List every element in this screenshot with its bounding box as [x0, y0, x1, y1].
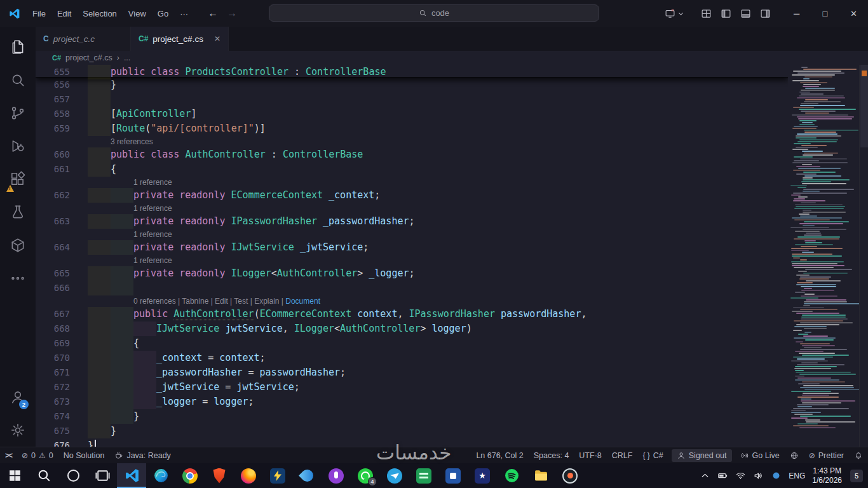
- status-problems[interactable]: ⊘0⚠0: [17, 447, 58, 463]
- codelens-660[interactable]: 3 references: [36, 136, 788, 147]
- taskbar-console-icon[interactable]: [438, 463, 468, 488]
- menu-view[interactable]: View: [123, 6, 152, 21]
- taskbar-brave-icon[interactable]: [205, 463, 234, 488]
- code-line-667[interactable]: 667public AuthController(ECommerceContex…: [36, 307, 788, 322]
- activity-source-control-icon[interactable]: [3, 97, 33, 130]
- breadcrumb-file[interactable]: project_c#.cs: [65, 53, 112, 62]
- scrollbar-thumb[interactable]: [860, 65, 868, 147]
- command-center-search[interactable]: code: [269, 4, 599, 22]
- status-eol-sequence[interactable]: CRLF: [607, 447, 638, 463]
- taskbar-player-icon[interactable]: [555, 463, 585, 488]
- vertical-scrollbar[interactable]: [859, 65, 868, 447]
- tab-close-icon[interactable]: ✕: [214, 34, 220, 43]
- taskbar-edge-icon[interactable]: [146, 463, 175, 488]
- code-line-668[interactable]: 668IJwtService jwtService, ILogger<AuthC…: [36, 322, 788, 336]
- status-java-status[interactable]: Java: Ready: [109, 447, 175, 463]
- code-line-666[interactable]: 666: [36, 281, 788, 295]
- status-prettier[interactable]: ⊘Prettier: [804, 447, 849, 463]
- code-line-657[interactable]: 657: [36, 92, 788, 107]
- menu-more[interactable]: ···: [174, 6, 194, 21]
- code-line-661[interactable]: 661{: [36, 162, 788, 177]
- taskbar-explorer-icon[interactable]: [526, 463, 555, 488]
- activity-run-debug-icon[interactable]: [3, 130, 33, 163]
- code-line-674[interactable]: 674}: [36, 409, 788, 424]
- minimize-button[interactable]: ─: [782, 0, 811, 27]
- taskbar-telegram-icon[interactable]: [380, 463, 409, 488]
- activity-more-icon[interactable]: [3, 262, 33, 295]
- status-encoding[interactable]: UTF-8: [574, 447, 606, 463]
- menu-edit[interactable]: Edit: [51, 6, 77, 21]
- taskbar-cortana-icon[interactable]: [58, 463, 88, 488]
- close-button[interactable]: ✕: [839, 0, 868, 27]
- code-line-662[interactable]: 662private readonly ECommerceContext _co…: [36, 188, 788, 203]
- codelens-662[interactable]: 1 reference: [36, 177, 788, 188]
- codelens-664[interactable]: 1 reference: [36, 229, 788, 240]
- tray-wifi-icon[interactable]: [735, 470, 746, 481]
- toggle-panel-icon[interactable]: [740, 8, 751, 19]
- menu-selection[interactable]: Selection: [77, 6, 122, 21]
- status-solution-status[interactable]: No Solution: [58, 447, 110, 463]
- code-line-673[interactable]: 673_logger = logger;: [36, 395, 788, 409]
- sticky-line-655[interactable]: 655public class ProductsController : Con…: [36, 65, 386, 79]
- code-line-670[interactable]: 670_context = context;: [36, 351, 788, 365]
- tab-project_c.c[interactable]: C project_c.c: [36, 27, 131, 51]
- tray-volume-icon[interactable]: [753, 470, 764, 481]
- tray-battery-icon[interactable]: [717, 470, 728, 481]
- tray-chevron-up-icon[interactable]: [700, 470, 710, 481]
- code-line-672[interactable]: 672_jwtService = jwtService;: [36, 380, 788, 395]
- code-pane[interactable]: 655public class ProductsController : Con…: [36, 65, 788, 447]
- remote-window-indicator[interactable]: [665, 8, 684, 19]
- status-notifications-bell[interactable]: [849, 447, 868, 463]
- customize-layout-icon[interactable]: [701, 8, 712, 19]
- activity-account-icon[interactable]: 2: [3, 381, 33, 414]
- activity-testing-icon[interactable]: [3, 196, 33, 229]
- code-line-659[interactable]: 659[Route("api/[controller]")]: [36, 121, 788, 136]
- breadcrumb[interactable]: C# project_c#.cs › ...: [36, 51, 868, 65]
- activity-search-icon[interactable]: [3, 64, 33, 97]
- status-remote-indicator[interactable]: ><: [0, 447, 17, 463]
- tab-project_c#.cs[interactable]: C# project_c#.cs ✕: [131, 27, 229, 51]
- taskbar-star-app-icon[interactable]: ★: [468, 463, 497, 488]
- toggle-sidebar-icon[interactable]: [721, 8, 731, 19]
- status-tabnine-signin[interactable]: Signed out: [672, 449, 732, 462]
- status-go-live[interactable]: Go Live: [735, 447, 785, 463]
- tray-tray-app-icon[interactable]: [771, 470, 782, 481]
- codelens-665[interactable]: 1 reference: [36, 255, 788, 266]
- status-indentation[interactable]: Spaces: 4: [529, 447, 574, 463]
- code-line-669[interactable]: 669{: [36, 336, 788, 351]
- codelens-667[interactable]: 0 references | Tabnine | Edit | Test | E…: [36, 295, 788, 307]
- taskbar-mic-icon[interactable]: [322, 463, 351, 488]
- code-line-676[interactable]: 676}: [36, 438, 788, 447]
- code-line-665[interactable]: 665private readonly ILogger<AuthControll…: [36, 266, 788, 281]
- code-line-663[interactable]: 663private readonly IPasswordHasher _pas…: [36, 214, 788, 229]
- notification-count-badge[interactable]: 5: [850, 470, 863, 482]
- code-line-660[interactable]: 660public class AuthController : Control…: [36, 147, 788, 162]
- code-line-658[interactable]: 658[ApiController]: [36, 107, 788, 121]
- code-line-664[interactable]: 664private readonly IJwtService _jwtServ…: [36, 240, 788, 255]
- status-browser-preview[interactable]: [785, 447, 804, 463]
- breadcrumb-more[interactable]: ...: [124, 53, 130, 62]
- menu-go[interactable]: Go: [152, 6, 174, 21]
- menu-file[interactable]: File: [27, 6, 51, 21]
- taskbar-search-icon[interactable]: [29, 463, 58, 488]
- taskbar-vscode-icon[interactable]: [117, 463, 146, 488]
- language-indicator[interactable]: ENG: [789, 471, 805, 480]
- status-language-mode[interactable]: { }C#: [637, 447, 668, 463]
- maximize-button[interactable]: □: [811, 0, 839, 27]
- taskbar-start-icon[interactable]: [0, 463, 29, 488]
- editor[interactable]: 655public class ProductsController : Con…: [36, 65, 868, 447]
- forward-button[interactable]: →: [227, 8, 237, 19]
- taskbar-firefox-icon[interactable]: [234, 463, 263, 488]
- code-line-671[interactable]: 671_passwordHasher = passwordHasher;: [36, 365, 788, 380]
- taskbar-feather-icon[interactable]: [292, 463, 322, 488]
- toggle-secondary-sidebar-icon[interactable]: [760, 8, 771, 19]
- taskbar-whatsapp-icon[interactable]: 4: [351, 463, 380, 488]
- status-cursor-position[interactable]: Ln 676, Col 2: [471, 447, 528, 463]
- taskbar-task-view-icon[interactable]: [88, 463, 117, 488]
- activity-package-icon[interactable]: [3, 229, 33, 262]
- activity-explorer-icon[interactable]: [3, 30, 33, 64]
- code-lines[interactable]: 656}657658[ApiController]659[Route("api/…: [36, 78, 788, 447]
- minimap[interactable]: [788, 65, 859, 447]
- taskbar-zap-icon[interactable]: [263, 463, 292, 488]
- back-button[interactable]: ←: [208, 8, 218, 19]
